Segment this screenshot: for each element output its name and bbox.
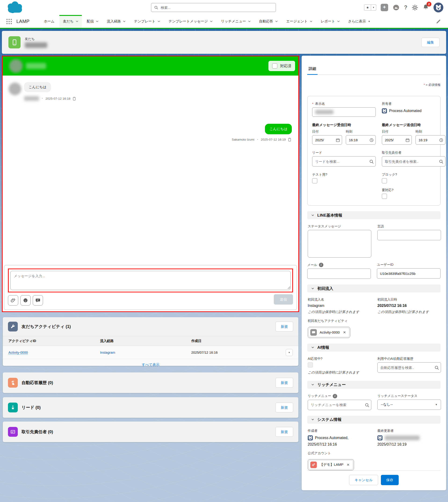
contact-lookup-input[interactable]	[382, 156, 446, 166]
ai-history-lookup-input[interactable]	[377, 362, 441, 373]
notifications-button[interactable]: 2	[422, 4, 429, 11]
table-row: Activity-0000 Instagram 2025/07/12 16:16…	[3, 346, 298, 359]
save-button[interactable]: 保存	[381, 475, 399, 485]
attach-file-button[interactable]	[8, 295, 18, 306]
template-message-button[interactable]	[33, 295, 43, 306]
official-account-chip[interactable]: 【デモ】LAMP ✕	[308, 459, 354, 470]
column-header: 流入経路	[95, 336, 186, 346]
user-avatar[interactable]	[433, 2, 443, 12]
row-actions-button[interactable]: ▼	[286, 349, 293, 356]
new-contact-button[interactable]: 新規	[275, 427, 293, 437]
tab-details[interactable]: 詳細	[307, 66, 318, 75]
smiley-icon	[23, 298, 28, 303]
created-by-value[interactable]: Process Automated,	[315, 436, 348, 440]
record-page-header: 友だち 編集	[2, 31, 446, 54]
info-icon[interactable]: i	[333, 394, 337, 398]
global-search-input[interactable]	[160, 5, 273, 10]
section-rich-menu[interactable]: リッチメニュー	[307, 381, 441, 389]
help-icon[interactable]: ?	[404, 4, 407, 11]
app-launcher-icon[interactable]	[6, 18, 12, 25]
user-id-input[interactable]	[377, 268, 441, 279]
info-icon[interactable]: i	[319, 263, 323, 267]
cancel-button[interactable]: キャンセル	[349, 475, 378, 485]
nav-tab-rich-menu[interactable]: リッチメニュー	[217, 15, 254, 28]
message-input[interactable]	[10, 271, 291, 290]
global-search-box[interactable]	[151, 3, 276, 12]
ai-history-label: 利用中のAI自動応答履歴	[377, 357, 441, 361]
nav-tab-delivery[interactable]: 配信	[83, 15, 102, 28]
search-icon	[369, 159, 374, 164]
astro-bear-icon	[377, 435, 383, 440]
quick-create-icon[interactable]: +	[381, 4, 388, 11]
chevron-down-icon	[311, 419, 314, 420]
remove-chip-icon[interactable]: ✕	[343, 330, 347, 335]
nav-tab-auto-reply[interactable]: 自動応答	[256, 15, 281, 28]
nav-tab-more[interactable]: さらに表示 ▼	[345, 15, 374, 28]
owner-value[interactable]: Process Automated	[389, 109, 422, 113]
last-received-label: 最終メッセージ受信日時	[312, 123, 376, 127]
astro-bear-icon	[308, 435, 313, 440]
view-all-link[interactable]: すべて表示	[3, 359, 298, 371]
trailhead-icon[interactable]	[393, 4, 400, 11]
new-activity-button[interactable]: 新規	[275, 322, 293, 331]
clock-icon[interactable]	[439, 138, 443, 142]
resolved-checkbox[interactable]	[272, 63, 277, 68]
section-ai-info[interactable]: AI情報	[307, 344, 441, 352]
emoji-button[interactable]	[20, 295, 31, 306]
email-input[interactable]	[307, 269, 371, 279]
email-label: メール	[307, 263, 317, 267]
first-inflow-datetime-label: 初回流入日時	[377, 298, 441, 302]
send-button[interactable]: 送信	[274, 294, 293, 305]
related-list-title: 友だちアクティビティ (1)	[21, 324, 272, 329]
related-list-title: 取引先責任者 (0)	[21, 429, 272, 435]
calculated-note: この項目は保存時に計算されます	[308, 370, 373, 375]
section-system-info[interactable]: システム情報	[307, 416, 441, 424]
edit-nav-pencil-icon[interactable]	[436, 19, 441, 24]
edit-button[interactable]: 編集	[421, 38, 440, 47]
block-label: ブロック?	[382, 173, 446, 177]
clock-icon[interactable]	[369, 138, 374, 142]
resize-handle[interactable]	[288, 286, 290, 289]
first-activity-label: 初回友だちアクティビティ	[308, 319, 371, 323]
language-input[interactable]	[377, 230, 441, 240]
favorites-star-icon[interactable]: ★	[364, 4, 371, 11]
nav-tab-template-message[interactable]: テンプレートメッセージ	[165, 15, 216, 28]
nav-tab-friends[interactable]: 友だち	[59, 15, 82, 28]
first-inflow-name-value: Instagram	[308, 304, 371, 308]
notification-badge: 2	[427, 2, 432, 7]
nav-tab-report[interactable]: レポート	[317, 15, 343, 28]
resolved-toggle[interactable]: 対応済	[268, 61, 295, 71]
lead-lookup-input[interactable]	[312, 156, 376, 166]
setup-gear-icon[interactable]	[412, 4, 418, 11]
chevron-down-icon	[310, 21, 312, 22]
needs-action-checkbox[interactable]	[382, 194, 387, 199]
clipboard-copy-icon[interactable]	[72, 96, 77, 101]
test-checkbox[interactable]	[312, 178, 317, 183]
favorites-dropdown-icon[interactable]: ▼	[371, 4, 376, 11]
last-sent-label: 最終メッセージ送信日時	[382, 123, 446, 127]
richmenu-lookup-input[interactable]	[308, 400, 371, 410]
created-at: 2025/07/12 16:16	[308, 442, 371, 447]
new-auto-reply-button[interactable]: 新規	[275, 378, 293, 388]
richmenu-status-select[interactable]: --なし-- ▼	[377, 400, 441, 410]
nav-tab-inflow-route[interactable]: 流入経路	[103, 15, 129, 28]
first-activity-chip[interactable]: Activity-0000 ✕	[308, 327, 350, 338]
activity-id-link[interactable]: Activity-0000	[8, 351, 28, 355]
inflow-route-link[interactable]: Instagram	[100, 351, 115, 354]
block-checkbox[interactable]	[382, 178, 387, 183]
astro-bear-icon	[382, 108, 387, 113]
owner-label: 所有者	[382, 102, 446, 106]
nav-tab-agent[interactable]: エージェント	[283, 15, 316, 28]
ai-responding-checkbox	[308, 362, 313, 368]
clipboard-copy-icon[interactable]	[287, 137, 292, 142]
calendar-icon[interactable]	[405, 138, 410, 142]
remove-chip-icon[interactable]: ✕	[346, 463, 350, 467]
new-lead-button[interactable]: 新規	[275, 403, 293, 412]
status-message-textarea[interactable]	[308, 230, 371, 258]
nav-tab-home[interactable]: ホーム	[40, 15, 58, 28]
calendar-icon[interactable]	[336, 138, 340, 142]
section-first-inflow[interactable]: 初回流入	[307, 284, 441, 292]
section-line-basic-info[interactable]: LINE基本情報	[307, 211, 441, 219]
nav-tab-template[interactable]: テンプレート	[130, 15, 164, 28]
display-name-field[interactable]	[312, 107, 376, 117]
